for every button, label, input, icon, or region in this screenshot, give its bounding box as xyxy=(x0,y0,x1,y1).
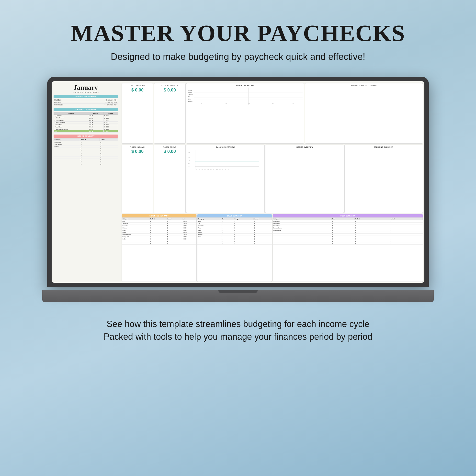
bills-summary: BILLS SUMMARY Category Due Budget Actual xyxy=(197,214,272,282)
list-item: Bills xyxy=(188,96,193,98)
svg-text:-1.00: -1.00 xyxy=(188,166,190,168)
table-row: $$$ xyxy=(273,236,423,238)
left-to-spend-value: $ 0.00 xyxy=(123,87,152,93)
table-row: $$ xyxy=(54,163,118,165)
table-row: Paycheck$$ xyxy=(54,141,118,143)
svg-text:Mar: Mar xyxy=(202,169,203,170)
table-row: Gas$$$ xyxy=(197,222,272,225)
table-row: Rollover $ 0.00 $ 0.00 xyxy=(54,115,118,117)
inc-col-budget: Budget xyxy=(80,138,100,141)
laptop-notch xyxy=(219,289,257,293)
table-row: $$$ xyxy=(273,240,423,242)
income-summary-table: Category Budget Actual Paycheck$$ Side H… xyxy=(53,138,118,165)
table-row: Personal Loan$$$ xyxy=(273,227,423,229)
svg-text:0.50: 0.50 xyxy=(188,156,190,158)
svg-text:1.00: 1.00 xyxy=(292,103,294,104)
total-income-value: $ 0.00 xyxy=(123,149,152,154)
inc-col-actual: Actual xyxy=(100,138,118,141)
laptop-base xyxy=(42,289,434,302)
table-row: Coffee$$$ 0.00 xyxy=(122,238,196,240)
svg-text:Aug: Aug xyxy=(216,169,218,170)
list-item: Income xyxy=(188,89,193,91)
income-summary-header: INCOME SUMMARY xyxy=(53,135,118,138)
svg-text:-0.50: -0.50 xyxy=(224,103,227,104)
table-row: Electricity$$$ xyxy=(197,225,272,227)
table-row: $$$ xyxy=(197,240,272,242)
table-row: $$$ xyxy=(273,231,423,234)
svg-text:May: May xyxy=(207,169,209,170)
fin-cat: - Total Expenses xyxy=(54,121,88,123)
fin-cat: Left xyxy=(54,130,88,132)
table-row: Entertainment$$$ 0.00 xyxy=(122,234,196,236)
table-row: $$ xyxy=(54,158,118,161)
fin-budget: $ 0.00 xyxy=(88,119,104,121)
table-row: Start Date 1 January 2024 xyxy=(53,99,118,101)
table-row: $$ xyxy=(54,152,118,154)
fin-budget: $ 0.00 xyxy=(88,126,104,128)
table-row: - Total Subscriptions $ 0.00 $ 0.00 xyxy=(54,128,118,130)
table-row: $$$ xyxy=(197,242,272,245)
svg-text:-1.00: -1.00 xyxy=(200,103,202,104)
bills-summary-header: BILLS SUMMARY xyxy=(197,214,272,218)
total-income-label: TOTAL INCOME xyxy=(123,146,152,148)
label-text: Expenses xyxy=(188,94,193,95)
overview-value: 7 November 2024 xyxy=(81,104,118,106)
table-row: Dining Out$$$ 0.00 xyxy=(122,236,196,238)
svg-text:Jan: Jan xyxy=(196,169,197,170)
list-item: Expenses xyxy=(188,94,193,95)
svg-text:0.50: 0.50 xyxy=(272,103,274,104)
table-row: Phone$$$ xyxy=(197,231,272,234)
fin-actual: $ 0.00 xyxy=(103,130,118,132)
svg-text:Dec: Dec xyxy=(228,169,229,170)
top-spending-card: TOP SPENDING CATEGORIES xyxy=(305,83,423,144)
total-income-card: TOTAL INCOME $ 0.00 xyxy=(121,145,153,213)
fin-budget: $ 0.00 xyxy=(88,130,104,132)
fin-actual: $ 0.00 xyxy=(103,128,118,130)
table-row: $$ xyxy=(54,161,118,163)
svg-text:Jul: Jul xyxy=(213,169,214,170)
fin-cat: - Total Subscriptions xyxy=(54,128,88,130)
right-panel: LEFT TO SPEND $ 0.00 LEFT TO BUDGET $ 0.… xyxy=(120,81,425,283)
income-overview-title: INCOME OVERVIEW xyxy=(267,146,342,148)
left-to-budget-card: LEFT TO BUDGET $ 0.00 xyxy=(154,83,186,144)
svg-text:Nov: Nov xyxy=(225,169,226,170)
total-spent-value: $ 0.00 xyxy=(155,149,184,154)
table-row: Credit Card 1$$$ xyxy=(273,221,423,222)
total-spent-card: TOTAL SPENT $ 0.00 xyxy=(154,145,186,213)
label-text: Bills xyxy=(188,96,190,98)
svg-text:1.50: 1.50 xyxy=(188,152,190,153)
table-row: $$ xyxy=(54,150,118,152)
budget-vs-actual-title: BUDGET VS ACTUAL xyxy=(188,85,303,86)
expenses-summary: EXPENSES SUMMARY Category Budget Actual … xyxy=(121,214,197,282)
middle-row: TOTAL INCOME $ 0.00 TOTAL SPENT $ 0.00 B… xyxy=(120,145,425,214)
table-row: Clothes$$$ 0.00 xyxy=(122,227,196,229)
laptop-screen: January ~ BUDGET DASHBOARD ~ OVERVIEW SU… xyxy=(51,81,425,283)
overview-label: End Date xyxy=(53,101,81,104)
table-row: End Date 31 January 2024 xyxy=(53,101,118,104)
right-grid: LEFT TO SPEND $ 0.00 LEFT TO BUDGET $ 0.… xyxy=(120,81,425,283)
table-row: Gym$$$ xyxy=(197,236,272,238)
table-row: Side Hustle$$ xyxy=(54,143,118,145)
table-row: - Total Savings $ 0.00 $ 0.00 xyxy=(54,119,118,121)
svg-text:Oct: Oct xyxy=(222,169,223,170)
table-row: + Total Income $ 0.00 $ 0.00 xyxy=(54,117,118,119)
table-row: Credit Card 2$$$ xyxy=(273,222,423,225)
bottom-text-2: Packed with tools to help you manage you… xyxy=(0,332,476,342)
label-text: Debt xyxy=(188,98,190,100)
table-row: Bonus$$ xyxy=(54,145,118,148)
table-row: $$ xyxy=(122,240,196,242)
laptop-container: January ~ BUDGET DASHBOARD ~ OVERVIEW SU… xyxy=(42,77,434,302)
svg-text:Feb: Feb xyxy=(199,169,200,170)
table-row: $$ xyxy=(54,148,118,150)
spending-overview-card: SPENDING OVERVIEW xyxy=(344,145,423,213)
fin-actual: $ 0.00 xyxy=(103,121,118,123)
fin-actual: $ 0.00 xyxy=(103,123,118,126)
month-title: January xyxy=(53,84,118,91)
fin-cat: - Total Debt xyxy=(54,126,88,128)
overview-value: 1 January 2024 xyxy=(81,99,118,101)
income-overview-card: INCOME OVERVIEW xyxy=(265,145,344,213)
budget-vs-actual-content: Income Savings Expenses Bills Debt Subsc… xyxy=(188,87,303,105)
fin-cat: - Total Bills xyxy=(54,123,88,126)
budget-vs-actual-card: BUDGET VS ACTUAL Income Savings Expenses… xyxy=(186,83,304,144)
financial-summary-header: FINANCIAL SUMMARY xyxy=(53,108,118,111)
